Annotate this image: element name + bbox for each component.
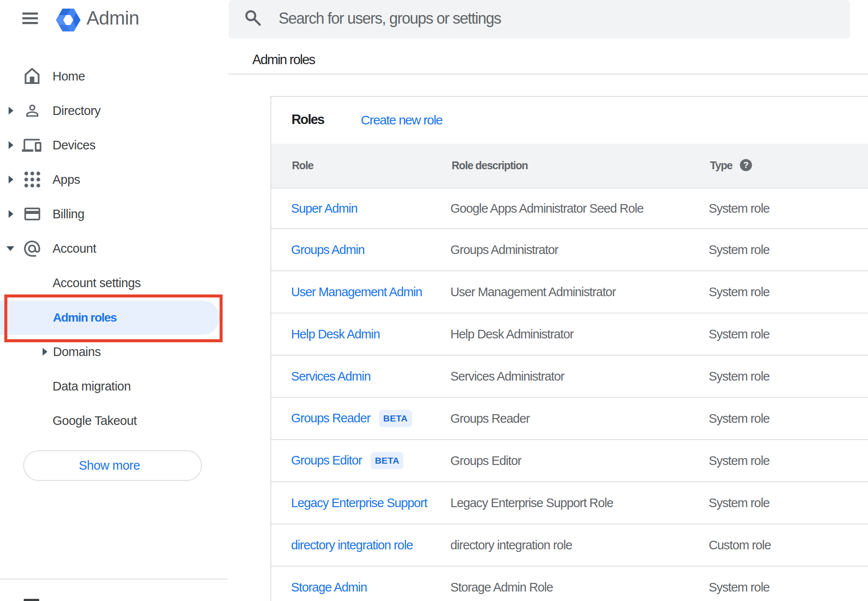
svg-text:?: ? [743, 160, 748, 170]
